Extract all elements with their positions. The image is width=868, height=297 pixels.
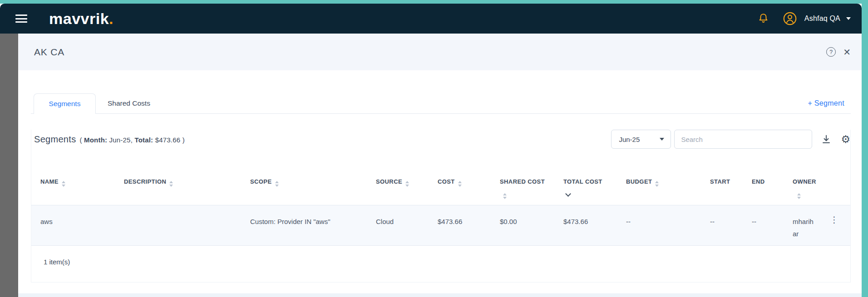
logo-dot: . bbox=[109, 10, 113, 27]
toolbar-controls: Jun-25 ⚙ bbox=[611, 130, 850, 149]
table-row: aws Custom: Provider IN "aws" Cloud $473… bbox=[31, 205, 850, 246]
column-header-description[interactable]: DESCRIPTION bbox=[115, 168, 241, 205]
table-footer-count: 1 item(s) bbox=[31, 246, 850, 282]
column-header-start[interactable]: START bbox=[701, 168, 743, 205]
tab-shared-costs[interactable]: Shared Costs bbox=[96, 93, 162, 113]
help-icon[interactable]: ? bbox=[826, 47, 836, 57]
cell-name: aws bbox=[31, 205, 115, 245]
add-segment-button[interactable]: + Segment bbox=[808, 99, 844, 107]
segments-heading-meta: ( Month: Jun-25, Total: $473.66 ) bbox=[79, 136, 184, 144]
top-navbar: mavvrik. Ashfaq QA bbox=[0, 4, 862, 34]
segments-table: NAME DESCRIPTION SCOPE SOURCE COST SHARE… bbox=[31, 168, 850, 282]
cell-actions: ⋮ bbox=[818, 205, 850, 245]
cell-owner: mharihar bbox=[784, 205, 818, 245]
sort-icon bbox=[655, 181, 659, 187]
segments-toolbar: Segments ( Month: Jun-25, Total: $473.66… bbox=[31, 130, 850, 149]
drawer-bottom-edge bbox=[18, 293, 862, 297]
dimmed-backdrop bbox=[0, 34, 18, 297]
cell-source: Cloud bbox=[367, 205, 429, 245]
row-actions-kebab-icon[interactable]: ⋮ bbox=[830, 215, 838, 224]
column-header-owner[interactable]: OWNER bbox=[784, 168, 818, 205]
cell-shared-cost: $0.00 bbox=[491, 205, 554, 245]
table-header-row: NAME DESCRIPTION SCOPE SOURCE COST SHARE… bbox=[31, 168, 850, 205]
user-menu-caret-icon[interactable] bbox=[846, 17, 851, 20]
cell-description bbox=[115, 205, 241, 245]
segments-panel: Segments ( Month: Jun-25, Total: $473.66… bbox=[31, 130, 851, 282]
brand-logo: mavvrik. bbox=[49, 11, 113, 26]
sort-icon bbox=[503, 193, 507, 199]
sort-icon bbox=[169, 181, 173, 187]
window-frame-top bbox=[0, 0, 868, 4]
month-dropdown[interactable]: Jun-25 bbox=[611, 130, 671, 149]
column-header-scope[interactable]: SCOPE bbox=[241, 168, 367, 205]
user-avatar-icon[interactable] bbox=[783, 11, 797, 26]
column-header-source[interactable]: SOURCE bbox=[367, 168, 429, 205]
download-icon[interactable] bbox=[821, 134, 831, 144]
drawer-header: AK CA ? ✕ bbox=[18, 34, 862, 70]
active-sort-chevron-icon bbox=[565, 191, 571, 197]
cell-cost: $473.66 bbox=[429, 205, 491, 245]
app-window: mavvrik. Ashfaq QA AK bbox=[0, 0, 868, 297]
search-input[interactable] bbox=[674, 130, 812, 149]
cell-budget: -- bbox=[617, 205, 701, 245]
month-dropdown-value: Jun-25 bbox=[619, 136, 640, 143]
column-header-shared-cost[interactable]: SHARED COST bbox=[491, 168, 554, 205]
dropdown-caret-icon bbox=[660, 138, 664, 141]
column-header-end[interactable]: END bbox=[743, 168, 784, 205]
cell-end: -- bbox=[743, 205, 784, 245]
user-name[interactable]: Ashfaq QA bbox=[804, 15, 840, 23]
tab-bar: Segments Shared Costs + Segment bbox=[31, 93, 851, 114]
segments-heading-title: Segments bbox=[34, 134, 76, 145]
column-header-name[interactable]: NAME bbox=[31, 168, 115, 205]
sort-icon bbox=[458, 181, 462, 187]
settings-gear-icon[interactable]: ⚙ bbox=[841, 134, 850, 145]
drawer-body: Segments Shared Costs + Segment Segments… bbox=[18, 93, 862, 282]
sort-icon bbox=[797, 193, 801, 199]
column-header-cost[interactable]: COST bbox=[429, 168, 491, 205]
sort-icon bbox=[405, 181, 409, 187]
hamburger-menu-icon[interactable] bbox=[15, 15, 27, 23]
cell-start: -- bbox=[701, 205, 743, 245]
column-header-actions bbox=[818, 168, 850, 205]
window-frame-right bbox=[862, 0, 868, 297]
close-icon[interactable]: ✕ bbox=[843, 48, 851, 57]
cell-total-cost: $473.66 bbox=[554, 205, 617, 245]
notifications-bell-icon[interactable] bbox=[758, 13, 769, 25]
tab-segments[interactable]: Segments bbox=[34, 93, 96, 114]
column-header-total-cost[interactable]: TOTAL COST bbox=[554, 168, 617, 205]
page-title: AK CA bbox=[34, 47, 64, 58]
cell-scope: Custom: Provider IN "aws" bbox=[241, 205, 367, 245]
segments-heading: Segments ( Month: Jun-25, Total: $473.66… bbox=[34, 134, 185, 145]
segment-group-drawer: AK CA ? ✕ Segments Shared Costs + Segmen… bbox=[18, 34, 862, 297]
sort-icon bbox=[275, 181, 279, 187]
sort-icon bbox=[62, 181, 65, 187]
column-header-budget[interactable]: BUDGET bbox=[617, 168, 701, 205]
